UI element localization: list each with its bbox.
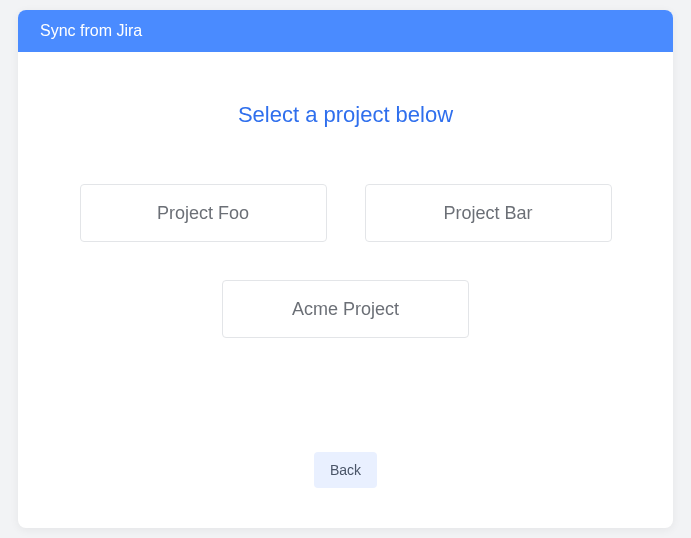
project-button-acme[interactable]: Acme Project	[222, 280, 469, 338]
modal-body: Select a project below Project Foo Proje…	[18, 52, 673, 452]
project-grid: Project Foo Project Bar Acme Project	[76, 184, 615, 338]
project-button-foo[interactable]: Project Foo	[80, 184, 327, 242]
modal-header: Sync from Jira	[18, 10, 673, 52]
modal-footer: Back	[18, 452, 673, 528]
project-label: Project Foo	[157, 203, 249, 224]
back-button[interactable]: Back	[314, 452, 377, 488]
project-label: Acme Project	[292, 299, 399, 320]
project-button-bar[interactable]: Project Bar	[365, 184, 612, 242]
prompt-title: Select a project below	[238, 102, 453, 128]
project-label: Project Bar	[443, 203, 532, 224]
back-button-label: Back	[330, 462, 361, 478]
modal-title: Sync from Jira	[40, 22, 142, 39]
sync-modal: Sync from Jira Select a project below Pr…	[18, 10, 673, 528]
